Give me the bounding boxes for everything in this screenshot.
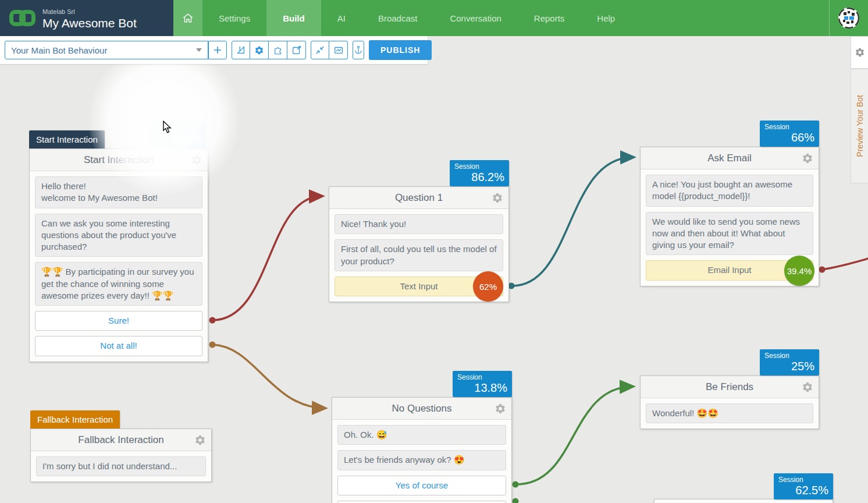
session-value: 66%	[764, 131, 814, 144]
publish-button[interactable]: PUBLISH	[369, 40, 432, 60]
nav-item-ai[interactable]: AI	[321, 0, 362, 36]
export-icon	[291, 45, 302, 55]
toolbar-group-edit	[232, 41, 306, 59]
node-title: Question 1	[395, 192, 443, 204]
node-bottom-partial[interactable]	[654, 499, 833, 503]
design-tools-button[interactable]	[232, 41, 250, 59]
mouse-cursor	[162, 121, 172, 133]
nav-item-build[interactable]: Build	[266, 0, 321, 36]
node-header: Be Friends	[641, 376, 819, 398]
choice-button[interactable]: Yes of course	[337, 476, 506, 495]
bot-message[interactable]: First of all, could you tell us the mode…	[335, 239, 503, 271]
session-label: Session	[154, 125, 201, 133]
add-behaviour-button[interactable]	[208, 41, 227, 59]
collapse-icon	[315, 45, 325, 55]
behaviour-settings-button[interactable]	[250, 41, 269, 59]
preview-your-bot-tab[interactable]: Preview Your Bot	[851, 69, 868, 183]
nav-item-conversation[interactable]: Conversation	[433, 0, 517, 36]
node-title: Start Interaction	[84, 154, 154, 166]
gear-icon[interactable]	[495, 403, 506, 415]
choice-button[interactable]: Sure!	[35, 311, 202, 331]
anchor-button[interactable]	[353, 41, 364, 59]
session-label: Session	[764, 352, 814, 360]
bot-message[interactable]: Nice! Thank you!	[335, 214, 503, 234]
toolbar-group-view	[311, 41, 348, 59]
session-label: Session	[454, 162, 504, 171]
session-value: 62.5%	[778, 484, 828, 497]
node-start-interaction[interactable]: Start Interaction Hello there! welcome t…	[29, 148, 208, 362]
node-title: No Questions	[392, 403, 452, 415]
completion-rate-badge[interactable]: 39.4%	[784, 256, 814, 286]
plugins-button[interactable]	[269, 41, 287, 59]
behaviour-selector-value: Your Main Bot Behaviour	[11, 45, 107, 55]
user-avatar[interactable]	[830, 0, 868, 36]
bot-message[interactable]: A nice! You just bought an awesome model…	[646, 175, 813, 207]
gear-icon	[855, 47, 865, 58]
bot-message[interactable]: 🏆🏆 By participating in our survey you ge…	[35, 262, 202, 306]
chart-icon	[333, 45, 344, 55]
anchor-icon	[353, 45, 364, 55]
node-tab-start-interaction[interactable]: Start Interaction	[29, 130, 105, 148]
session-value: 86.2%	[454, 171, 504, 184]
gear-icon	[254, 45, 264, 55]
session-badge-be-friends[interactable]: Session 25%	[760, 349, 819, 376]
gear-icon[interactable]	[492, 192, 503, 204]
session-badge-ask-email[interactable]: Session 66%	[760, 121, 819, 147]
node-be-friends[interactable]: Be Friends Wonderful! 🤩🤩	[640, 376, 819, 429]
session-label: Session	[778, 476, 828, 484]
node-title: Fallback Interaction	[78, 434, 163, 446]
bot-message[interactable]: Hello there! welcome to My Awesome Bot!	[35, 176, 202, 208]
puzzle-icon	[273, 45, 283, 55]
node-header: Question 1	[329, 187, 508, 209]
main-nav: Settings Build AI Broadcast Conversation…	[173, 0, 868, 36]
nav-item-home[interactable]	[173, 0, 202, 36]
node-header: Ask Email	[641, 147, 819, 169]
bot-message[interactable]: Can we ask you some interesting question…	[35, 214, 202, 257]
node-tab-fallback[interactable]: Fallback Interaction	[30, 410, 120, 428]
completion-rate-badge[interactable]: 62%	[473, 271, 503, 302]
bot-message[interactable]: Oh. Ok. 😅	[337, 425, 506, 445]
canvas-settings-button[interactable]	[851, 36, 868, 69]
nav-item-reports[interactable]: Reports	[518, 0, 581, 36]
behaviour-selector[interactable]: Your Main Bot Behaviour	[5, 41, 208, 59]
choice-button[interactable]: Not at all!	[35, 336, 202, 356]
preview-tab-label: Preview Your Bot	[855, 95, 865, 157]
brand-block: Matelab Srl My Awesome Bot	[0, 0, 173, 36]
bot-builder-screen: Start Interaction Session 100% Start Int…	[0, 0, 868, 503]
session-value: 100%	[154, 133, 201, 146]
nav-item-broadcast[interactable]: Broadcast	[362, 0, 434, 36]
node-header: Fallback Interaction	[31, 429, 211, 451]
gear-icon[interactable]	[802, 381, 813, 393]
session-value: 25%	[764, 360, 814, 373]
session-badge-bottom[interactable]: Session 62.5%	[774, 473, 833, 500]
plus-icon	[213, 45, 222, 55]
ruler-icon	[236, 45, 246, 55]
session-badge-start[interactable]: Session 100%	[149, 122, 205, 149]
node-no-questions[interactable]: No Questions Oh. Ok. 😅 Let's be friends …	[332, 397, 512, 503]
home-icon	[182, 12, 194, 24]
gear-icon[interactable]	[194, 434, 206, 446]
avatar-image	[838, 8, 859, 29]
export-button[interactable]	[287, 41, 306, 59]
gear-icon[interactable]	[802, 153, 813, 164]
nav-item-settings[interactable]: Settings	[202, 0, 266, 36]
session-label: Session	[457, 373, 507, 381]
top-navbar: Matelab Srl My Awesome Bot Settings Buil…	[0, 0, 868, 36]
bot-message[interactable]: Wonderful! 🤩🤩	[646, 403, 813, 423]
session-badge-question1[interactable]: Session 86.2%	[450, 160, 509, 186]
chevron-down-icon	[196, 48, 202, 52]
gear-icon[interactable]	[191, 154, 202, 166]
session-value: 13.8%	[457, 381, 507, 395]
choice-button-hidden[interactable]	[337, 501, 506, 503]
analytics-overlay-button[interactable]	[329, 41, 348, 59]
collapse-button[interactable]	[311, 41, 329, 59]
session-badge-no-questions[interactable]: Session 13.8%	[453, 371, 512, 397]
node-header: No Questions	[332, 398, 511, 420]
nav-item-help[interactable]: Help	[581, 0, 631, 36]
node-fallback[interactable]: Fallback Interaction I'm sorry but I did…	[30, 428, 212, 482]
bot-message[interactable]: We would like to send you some news now …	[646, 212, 813, 256]
bot-message[interactable]: I'm sorry but I did not understand...	[36, 456, 206, 476]
node-title: Ask Email	[707, 153, 752, 164]
company-name: Matelab Srl	[42, 8, 75, 15]
bot-message[interactable]: Let's be friends anyway ok? 😍	[337, 450, 506, 470]
